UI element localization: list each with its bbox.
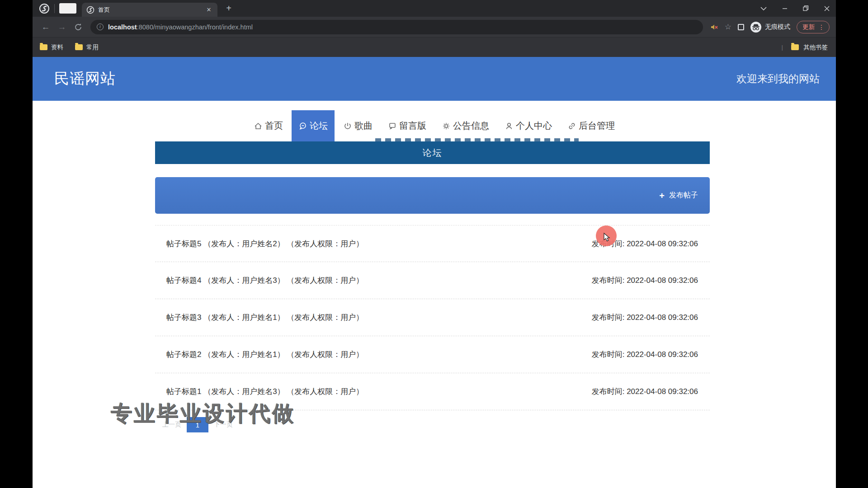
link-icon [567,122,576,131]
active-tab[interactable]: 首页 ✕ [82,3,217,17]
window-controls [760,0,830,17]
update-label: 更新 [802,23,815,31]
post-row[interactable]: 帖子标题2 （发布人：用户姓名1） （发布人权限：用户） 发布时间: 2022-… [155,336,710,373]
incognito-icon [750,22,761,33]
bookmark-folder-ziliao[interactable]: 资料 [40,43,63,52]
browser-window: 首页 ✕ + ← → i localhost:8080/minyaowangzh… [33,0,836,488]
tab-divider [54,4,55,13]
incognito-label: 无痕模式 [765,23,790,31]
tab-favicon-globe-icon [86,6,94,14]
nav-item-announcements[interactable]: 公告信息 [435,110,496,141]
site-brand: 民谣网站 [54,69,116,89]
post-title[interactable]: 帖子标题3 （发布人：用户姓名1） （发布人权限：用户） [166,312,363,323]
restore-icon[interactable] [803,5,809,11]
post-time: 发布时间: 2022-04-08 09:32:06 [592,386,698,397]
post-row[interactable]: 帖子标题4 （发布人：用户姓名3） （发布人权限：用户） 发布时间: 2022-… [155,262,710,299]
post-list: 帖子标题5 （发布人：用户姓名2） （发布人权限：用户） 发布时间: 2022-… [155,225,710,410]
post-time: 发布时间: 2022-04-08 09:32:06 [592,275,698,286]
folder-icon [40,44,47,50]
bookmark-label: 常用 [86,43,99,52]
gear-icon [442,122,451,131]
nav-item-personal-center[interactable]: 个人中心 [498,110,559,141]
plus-icon: + [659,191,665,200]
tab-title: 首页 [98,6,205,14]
nav-label: 个人中心 [516,120,552,132]
nav-label: 论坛 [310,120,328,132]
forum-banner: 论坛 [155,141,710,164]
chat-square-icon [388,122,397,131]
pinned-tab[interactable] [59,3,76,14]
nav-item-forum[interactable]: 论坛 [292,110,335,141]
screen-stage: 首页 ✕ + ← → i localhost:8080/minyaowangzh… [0,0,868,488]
chevron-down-icon[interactable] [760,7,767,10]
page-viewport: 民谣网站 欢迎来到我的网站 首页 论坛 歌曲 留言版 [33,57,836,488]
create-post-button[interactable]: + 发布帖子 [659,191,698,200]
browser-menu-icon[interactable]: ⋮ [818,23,825,31]
site-header: 民谣网站 欢迎来到我的网站 [33,57,836,101]
url-path: :8080/minyaowangzhan/front/index.html [137,23,253,31]
close-window-icon[interactable] [824,6,830,11]
nav-item-message-board[interactable]: 留言版 [381,110,433,141]
post-toolbar-panel: + 发布帖子 [155,177,710,214]
toolbar-actions: ☆ 无痕模式 更新 ⋮ [710,21,830,33]
post-row[interactable]: 帖子标题5 （发布人：用户姓名2） （发布人权限：用户） 发布时间: 2022-… [155,225,710,262]
forward-button[interactable]: → [55,22,69,32]
post-title[interactable]: 帖子标题1 （发布人：用户姓名3） （发布人权限：用户） [166,386,363,397]
post-title[interactable]: 帖子标题2 （发布人：用户姓名1） （发布人权限：用户） [166,349,363,360]
reload-button[interactable] [71,23,85,31]
nav-label: 后台管理 [579,120,615,132]
page-info-icon[interactable]: i [97,23,104,30]
bookmark-label: 资料 [51,43,63,52]
home-icon [254,122,263,131]
nav-item-admin[interactable]: 后台管理 [561,110,622,141]
watermark-text: 专业毕业设计代做 [111,399,295,428]
nav-label: 首页 [265,120,283,132]
post-title[interactable]: 帖子标题5 （发布人：用户姓名2） （发布人权限：用户） [166,239,363,249]
nav-label: 公告信息 [453,120,489,132]
main-nav: 首页 论坛 歌曲 留言版 公告信息 [33,110,836,141]
other-bookmarks[interactable]: | 其他书签 [781,43,828,52]
bookmark-folder-changyong[interactable]: 常用 [75,43,99,52]
person-icon [505,122,514,131]
other-bookmarks-label: 其他书签 [803,43,828,52]
post-row[interactable]: 帖子标题3 （发布人：用户姓名1） （发布人权限：用户） 发布时间: 2022-… [155,299,710,336]
chat-circle-icon [298,122,307,131]
mouse-cursor-icon [603,233,612,243]
browser-tab-strip: 首页 ✕ + [33,0,836,17]
nav-item-songs[interactable]: 歌曲 [336,110,379,141]
address-bar[interactable]: i localhost:8080/minyaowangzhan/front/in… [90,20,703,34]
bookmarks-bar: 资料 常用 | 其他书签 [33,37,836,57]
clipped-text-artifact [375,138,579,141]
nav-label: 留言版 [399,120,426,132]
pinned-globe-icon[interactable] [39,3,50,14]
browser-toolbar: ← → i localhost:8080/minyaowangzhan/fron… [33,17,836,37]
welcome-text: 欢迎来到我的网站 [736,72,820,86]
nav-item-home[interactable]: 首页 [247,110,290,141]
create-post-label: 发布帖子 [669,191,698,200]
back-button[interactable]: ← [39,22,52,32]
post-time: 发布时间: 2022-04-08 09:32:06 [592,312,698,323]
bookmarks-divider: | [781,44,783,51]
minimize-icon[interactable] [782,6,788,11]
folder-icon [791,44,799,50]
incognito-chip: 无痕模式 [750,22,790,33]
update-button[interactable]: 更新 ⋮ [797,21,830,33]
folder-icon [75,44,83,50]
post-title[interactable]: 帖子标题4 （发布人：用户姓名3） （发布人权限：用户） [166,275,363,286]
power-icon [343,122,352,131]
side-panel-icon[interactable] [738,24,744,30]
url-host: localhost [108,23,137,31]
url-text: localhost:8080/minyaowangzhan/front/inde… [108,23,253,31]
muted-speaker-extension-icon[interactable] [710,23,718,31]
tab-close-icon[interactable]: ✕ [205,6,213,14]
nav-label: 歌曲 [354,120,373,132]
new-tab-button[interactable]: + [223,3,235,14]
forum-banner-title: 论坛 [423,147,443,159]
bookmark-star-icon[interactable]: ☆ [725,22,731,32]
post-time: 发布时间: 2022-04-08 09:32:06 [592,349,698,360]
